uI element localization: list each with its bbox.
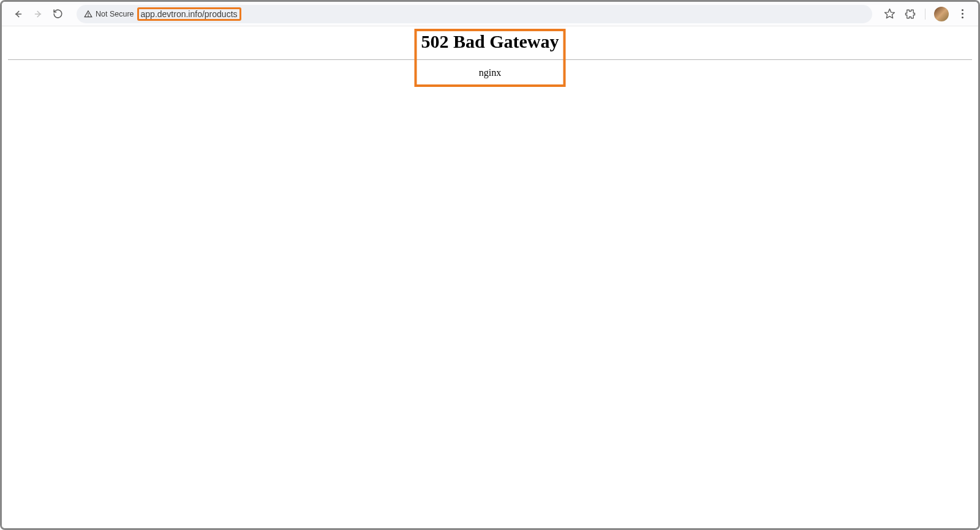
browser-toolbar: Not Secure app.devtron.info/products — [2, 2, 978, 26]
server-name: nginx — [2, 67, 978, 78]
reload-button[interactable] — [51, 7, 64, 21]
forward-button[interactable] — [31, 7, 45, 21]
svg-marker-4 — [884, 9, 894, 18]
not-secure-icon — [84, 10, 92, 18]
error-heading: 502 Bad Gateway — [421, 31, 559, 52]
security-indicator[interactable]: Not Secure — [84, 10, 134, 18]
divider — [8, 59, 972, 60]
extensions-icon[interactable] — [904, 8, 916, 20]
url-text: app.devtron.info/products — [137, 7, 241, 21]
security-label: Not Secure — [96, 10, 134, 18]
bookmark-star-icon[interactable] — [883, 8, 895, 20]
toolbar-separator — [925, 9, 925, 20]
toolbar-right — [883, 7, 972, 21]
address-bar[interactable]: Not Secure app.devtron.info/products — [77, 5, 872, 23]
back-button[interactable] — [12, 7, 25, 21]
profile-avatar[interactable] — [934, 7, 949, 21]
error-page: 502 Bad Gateway nginx — [2, 26, 978, 78]
page-content: 502 Bad Gateway nginx — [2, 26, 978, 528]
svg-point-3 — [88, 15, 89, 16]
browser-menu-button[interactable] — [957, 8, 967, 20]
nav-button-group — [8, 7, 68, 21]
